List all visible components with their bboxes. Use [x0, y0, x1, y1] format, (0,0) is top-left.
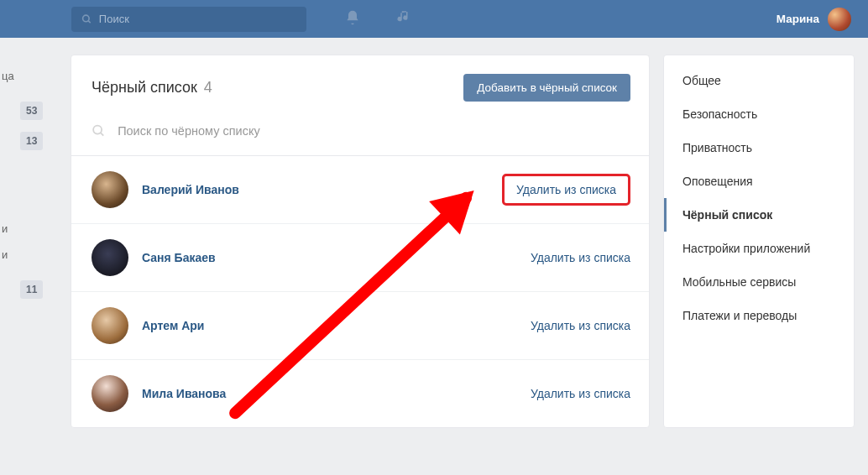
topbar: Марина	[0, 0, 868, 38]
avatar	[92, 239, 128, 276]
page-title: Чёрный список	[92, 79, 197, 97]
filter-row	[71, 110, 649, 156]
search-icon	[81, 13, 92, 25]
avatar	[828, 8, 851, 31]
left-nav-item[interactable]: и	[0, 242, 45, 269]
remove-from-list-link[interactable]: Удалить из списка	[531, 319, 630, 332]
sidebar-item-mobile[interactable]: Мобильные сервисы	[664, 265, 854, 299]
remove-from-list-link[interactable]: Удалить из списка	[531, 251, 630, 264]
counter-badge: 13	[20, 132, 43, 150]
svg-point-0	[83, 15, 90, 22]
search-input[interactable]	[99, 13, 296, 25]
search-icon	[92, 123, 106, 138]
count-badge: 4	[204, 79, 212, 97]
user-menu[interactable]: Марина	[776, 8, 851, 31]
username-label: Марина	[776, 13, 819, 25]
remove-from-list-link[interactable]: Удалить из списка	[502, 174, 630, 206]
svg-line-1	[88, 20, 91, 23]
svg-point-2	[93, 126, 102, 134]
left-nav-item[interactable]: ца	[0, 63, 45, 90]
avatar	[92, 307, 128, 344]
user-link[interactable]: Саня Бакаев	[142, 251, 216, 264]
avatar	[92, 171, 128, 208]
svg-line-3	[101, 133, 104, 136]
sidebar-item-notifications[interactable]: Оповещения	[664, 164, 854, 198]
panel-header: Чёрный список 4 Добавить в чёрный список	[71, 55, 649, 110]
user-link[interactable]: Артем Ари	[142, 319, 204, 332]
avatar	[92, 375, 128, 412]
settings-sidebar: Общее Безопасность Приватность Оповещени…	[663, 55, 855, 428]
left-nav-item[interactable]: и	[0, 216, 45, 243]
search-box[interactable]	[71, 7, 306, 32]
content-area: Чёрный список 4 Добавить в чёрный список…	[0, 38, 868, 445]
top-icons	[344, 9, 411, 29]
list-item: Валерий Иванов Удалить из списка	[71, 156, 649, 224]
list-item: Артем Ари Удалить из списка	[71, 292, 649, 360]
add-to-blacklist-button[interactable]: Добавить в чёрный список	[463, 74, 630, 102]
sidebar-item-general[interactable]: Общее	[664, 64, 854, 97]
blacklist-filter-input[interactable]	[118, 124, 630, 138]
list-item: Саня Бакаев Удалить из списка	[71, 224, 649, 292]
left-nav-stub: ца 53 13 и и 11	[0, 38, 52, 299]
counter-badge: 11	[20, 280, 43, 299]
user-link[interactable]: Валерий Иванов	[142, 183, 239, 196]
blacklist-panel: Чёрный список 4 Добавить в чёрный список…	[71, 55, 650, 428]
sidebar-item-security[interactable]: Безопасность	[664, 97, 854, 131]
user-link[interactable]: Мила Иванова	[142, 387, 226, 400]
remove-from-list-link[interactable]: Удалить из списка	[531, 387, 630, 400]
music-icon[interactable]	[396, 9, 411, 29]
sidebar-item-blacklist[interactable]: Чёрный список	[664, 198, 854, 232]
sidebar-item-payments[interactable]: Платежи и переводы	[664, 299, 854, 332]
notifications-icon[interactable]	[344, 9, 361, 29]
sidebar-item-privacy[interactable]: Приватность	[664, 131, 854, 164]
sidebar-item-app-settings[interactable]: Настройки приложений	[664, 232, 854, 265]
list-item: Мила Иванова Удалить из списка	[71, 360, 649, 427]
counter-badge: 53	[20, 102, 43, 120]
